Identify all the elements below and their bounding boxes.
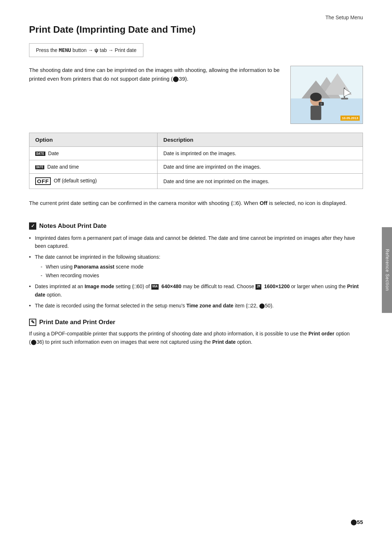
list-item: Dates imprinted at an Image mode setting… bbox=[29, 282, 363, 299]
reference-section-tab: Reference Section bbox=[382, 227, 392, 313]
table-header-option: Option bbox=[29, 133, 158, 147]
list-item: The date is recorded using the format se… bbox=[29, 302, 363, 310]
description-date: Date is imprinted on the images. bbox=[158, 147, 363, 160]
notes-title: ✓ Notes About Print Date bbox=[29, 222, 363, 230]
hd-icon: 2M bbox=[256, 284, 261, 290]
description-off: Date and time are not imprinted on the i… bbox=[158, 174, 363, 189]
table-row: DATE Date and time Date and time are imp… bbox=[29, 160, 363, 174]
page-title: Print Date (Imprinting Date and Time) bbox=[29, 24, 363, 35]
svg-point-10 bbox=[310, 93, 322, 101]
table-row: DATE Date Date is imprinted on the image… bbox=[29, 147, 363, 160]
off-icon: OFF bbox=[35, 177, 51, 185]
print-order-title: ✎ Print Date and Print Order bbox=[29, 319, 363, 326]
notes-list: Imprinted dates form a permanent part of… bbox=[29, 234, 363, 310]
svg-rect-9 bbox=[311, 106, 322, 120]
camera-illustration: 10.05.2013 bbox=[290, 66, 363, 124]
date-icon: DATE bbox=[35, 152, 45, 156]
menu-instruction-box: Press the MENU button → ψ tab → Print da… bbox=[29, 43, 143, 57]
list-item: When recording movies bbox=[41, 271, 363, 279]
options-table: Option Description DATE Date Date is imp… bbox=[29, 133, 363, 189]
section-label: The Setup Menu bbox=[29, 15, 363, 20]
intro-section: The shooting date and time can be imprin… bbox=[29, 66, 363, 124]
vga-icon: VGA bbox=[151, 284, 159, 290]
option-off: OFF Off (default setting) bbox=[29, 174, 158, 189]
page-number: ⬤55 bbox=[351, 519, 363, 525]
option-date-time: DATE Date and time bbox=[29, 160, 158, 174]
print-order-text: If using a DPOF-compatible printer that … bbox=[29, 330, 363, 347]
list-item: When using Panorama assist scene mode bbox=[41, 263, 363, 271]
svg-rect-7 bbox=[341, 98, 348, 100]
summary-text: The current print date setting can be co… bbox=[29, 198, 363, 208]
intro-text: The shooting date and time can be imprin… bbox=[29, 66, 282, 83]
svg-point-12 bbox=[320, 103, 322, 105]
table-row: OFF Off (default setting) Date and time … bbox=[29, 174, 363, 189]
checkmark-icon: ✓ bbox=[29, 222, 36, 230]
notes-section: ✓ Notes About Print Date Imprinted dates… bbox=[29, 222, 363, 310]
table-header-description: Description bbox=[158, 133, 363, 147]
option-date: DATE Date bbox=[29, 147, 158, 160]
print-order-section: ✎ Print Date and Print Order If using a … bbox=[29, 319, 363, 347]
list-item: The date cannot be imprinted in the foll… bbox=[29, 253, 363, 279]
date-stamp-overlay: 10.05.2013 bbox=[340, 116, 360, 121]
pencil-icon: ✎ bbox=[29, 319, 36, 326]
list-item: Imprinted dates form a permanent part of… bbox=[29, 234, 363, 250]
sub-list: When using Panorama assist scene mode Wh… bbox=[35, 263, 363, 280]
date-time-icon: DATE bbox=[35, 165, 44, 169]
description-date-time: Date and time are imprinted on the image… bbox=[158, 160, 363, 174]
